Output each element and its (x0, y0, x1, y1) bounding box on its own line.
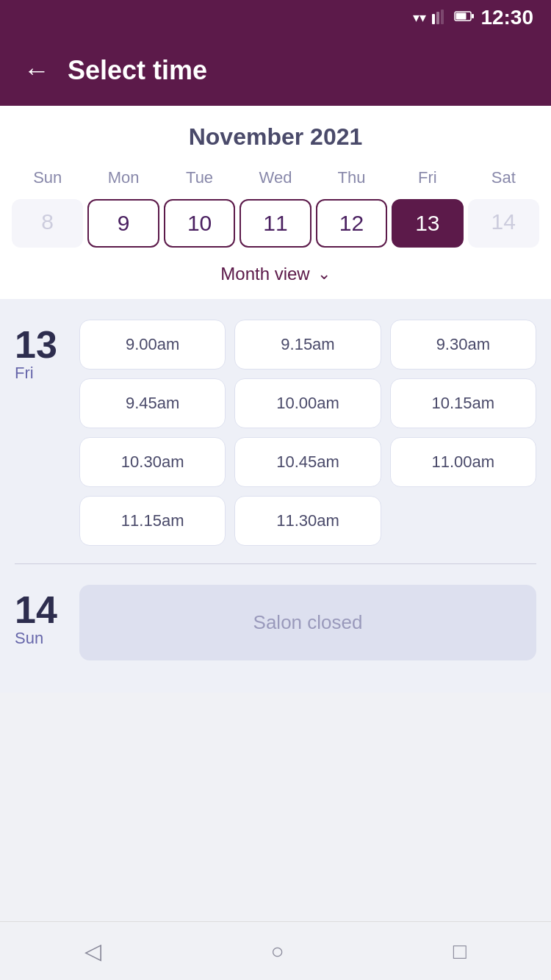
calendar-section: November 2021 Sun Mon Tue Wed Thu Fri Sa… (0, 106, 551, 299)
date-14: 14 (468, 199, 539, 248)
nav-home-icon[interactable]: ○ (270, 939, 284, 964)
slot-930am[interactable]: 9.30am (390, 320, 536, 370)
slot-1030am[interactable]: 10.30am (79, 437, 226, 487)
svg-rect-1 (436, 12, 439, 24)
wifi-icon: ▾▾ (413, 10, 426, 26)
date-9[interactable]: 9 (87, 199, 159, 248)
svg-rect-2 (441, 10, 444, 24)
slot-1045am[interactable]: 10.45am (234, 437, 381, 487)
date-11[interactable]: 11 (240, 199, 311, 248)
chevron-down-icon: ⌄ (317, 264, 331, 284)
svg-rect-5 (472, 14, 474, 18)
back-button[interactable]: ← (24, 57, 50, 84)
day-header-tue: Tue (164, 165, 235, 190)
bottom-nav: ◁ ○ □ (0, 921, 551, 980)
date-10[interactable]: 10 (164, 199, 235, 248)
nav-recent-icon[interactable]: □ (453, 939, 467, 964)
day-number-14: 14 (15, 591, 57, 629)
day-header-mon: Mon (87, 165, 159, 190)
date-12[interactable]: 12 (316, 199, 387, 248)
status-time: 12:30 (480, 6, 533, 29)
day-header-thu: Thu (316, 165, 387, 190)
slot-1115am[interactable]: 11.15am (79, 496, 226, 546)
status-icons: ▾▾ 12:30 (413, 6, 533, 29)
header: ← Select time (0, 35, 551, 106)
dates-row: 8 9 10 11 12 13 14 (12, 199, 539, 248)
slot-915am[interactable]: 9.15am (234, 320, 381, 370)
day-headers-row: Sun Mon Tue Wed Thu Fri Sat (12, 165, 539, 190)
day-name-sun: Sun (15, 629, 43, 648)
nav-back-icon[interactable]: ◁ (84, 938, 101, 964)
signal-icon (432, 8, 448, 28)
slot-945am[interactable]: 9.45am (79, 378, 226, 428)
svg-rect-0 (432, 14, 435, 24)
salon-closed-block: Salon closed (79, 585, 536, 660)
date-8: 8 (12, 199, 83, 248)
day-header-sun: Sun (12, 165, 83, 190)
day-header-wed: Wed (240, 165, 311, 190)
month-view-toggle[interactable]: Month view ⌄ (12, 256, 539, 287)
slot-1130am[interactable]: 11.30am (234, 496, 381, 546)
svg-rect-4 (456, 12, 467, 19)
day-label-14: 14 Sun (15, 585, 68, 660)
day-number-13: 13 (15, 325, 57, 364)
slot-1000am[interactable]: 10.00am (234, 378, 381, 428)
slot-900am[interactable]: 9.00am (79, 320, 226, 370)
slot-1015am[interactable]: 10.15am (390, 378, 536, 428)
day-block-13: 13 Fri 9.00am 9.15am 9.30am 9.45am 10.00… (15, 320, 536, 546)
slots-grid-13: 9.00am 9.15am 9.30am 9.45am 10.00am 10.1… (79, 320, 536, 546)
day-label-13: 13 Fri (15, 320, 68, 546)
month-title: November 2021 (12, 123, 539, 151)
status-bar: ▾▾ 12:30 (0, 0, 551, 35)
day-header-fri: Fri (392, 165, 463, 190)
day-block-14: 14 Sun Salon closed (15, 585, 536, 660)
date-13[interactable]: 13 (392, 199, 463, 248)
slot-1100am[interactable]: 11.00am (390, 437, 536, 487)
header-title: Select time (68, 55, 207, 86)
divider (15, 563, 536, 564)
time-slots-section: 13 Fri 9.00am 9.15am 9.30am 9.45am 10.00… (0, 299, 551, 693)
day-name-fri: Fri (15, 364, 34, 383)
day-header-sat: Sat (468, 165, 539, 190)
month-view-label: Month view (220, 264, 309, 284)
battery-icon (454, 10, 475, 26)
